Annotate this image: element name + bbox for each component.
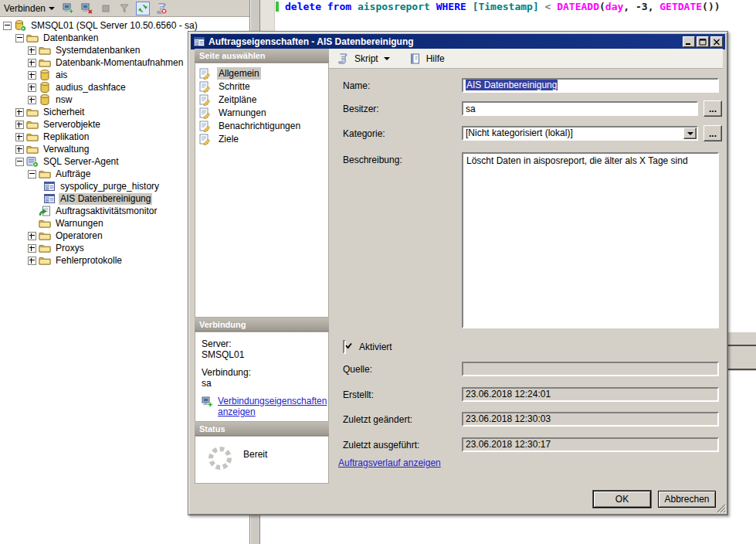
modified-field: 23.06.2018 12:30:03	[462, 412, 719, 427]
connection-value: sa	[202, 378, 328, 389]
tree-node-server[interactable]: SMSQL01 (SQL Server 10.50.6560 - sa)	[0, 19, 249, 32]
database-icon	[39, 94, 51, 106]
folder-icon	[39, 230, 51, 242]
page-icon	[198, 133, 211, 145]
nav-item-allgemein[interactable]: Allgemein	[195, 66, 328, 80]
server-label: Server:	[202, 338, 328, 349]
nav-item-schritte[interactable]: Schritte	[195, 80, 328, 93]
collapse-icon[interactable]	[28, 170, 36, 178]
category-browse-button[interactable]: ...	[703, 125, 722, 141]
nav-item-ziele[interactable]: Ziele	[195, 132, 328, 145]
script-error-icon[interactable]	[154, 2, 168, 15]
folder-icon	[39, 217, 51, 230]
nav-item-warnungen[interactable]: Warnungen	[195, 106, 328, 119]
collapse-icon[interactable]	[3, 22, 12, 30]
sql-token: <	[539, 1, 557, 12]
nav-item-zeitplaene[interactable]: Zeitpläne	[195, 93, 328, 106]
connect-server-icon[interactable]	[62, 2, 76, 15]
page-icon	[198, 107, 211, 119]
folder-icon	[26, 32, 39, 44]
database-icon	[39, 69, 51, 81]
status-panel: Bereit	[195, 436, 329, 484]
script-button[interactable]: Skript	[353, 53, 380, 64]
created-label: Erstellt:	[343, 389, 374, 400]
description-textarea[interactable]: Löscht Daten in aisposreport, die älter …	[462, 152, 719, 328]
activity-monitor-icon	[39, 205, 51, 217]
sql-token: aisposreport	[358, 1, 430, 12]
category-label: Kategorie:	[343, 128, 385, 139]
created-value: 23.06.2018 12:24:01	[463, 389, 717, 400]
enabled-label[interactable]: Aktiviert	[359, 342, 392, 352]
executed-value: 23.06.2018 12:30:17	[463, 439, 717, 450]
minimize-button[interactable]	[683, 36, 695, 47]
expand-icon[interactable]	[28, 46, 36, 55]
expand-icon[interactable]	[15, 108, 24, 117]
disconnect-server-icon[interactable]	[80, 2, 94, 15]
folder-icon	[39, 242, 51, 254]
executed-label: Zuletzt ausgeführt:	[343, 440, 419, 450]
help-button[interactable]: Hilfe	[425, 53, 446, 64]
enabled-checkbox[interactable]	[343, 340, 346, 354]
job-properties-dialog: Auftragseigenschaften - AIS Datenbereini…	[188, 31, 728, 515]
resize-grip[interactable]	[716, 503, 726, 513]
nav-item-benachrichtigungen[interactable]: Benachrichtigungen	[195, 119, 328, 132]
modified-value: 23.06.2018 12:30:03	[463, 413, 717, 425]
chevron-down-icon[interactable]	[384, 57, 390, 60]
script-icon	[337, 53, 349, 65]
filter-icon	[117, 2, 131, 15]
job-history-link[interactable]: Auftragsverlauf anzeigen	[338, 457, 441, 468]
sql-statement[interactable]: delete from aisposreport WHERE [Timestam…	[285, 1, 720, 12]
expand-icon[interactable]	[28, 244, 36, 253]
ok-button[interactable]: OK	[593, 491, 651, 508]
category-select[interactable]: [Nicht kategorisiert (lokal)]	[462, 126, 698, 141]
expand-icon[interactable]	[28, 59, 36, 67]
expand-icon[interactable]	[28, 83, 36, 92]
dialog-title: Auftragseigenschaften - AIS Datenbereini…	[208, 36, 680, 47]
refresh-icon[interactable]	[136, 2, 150, 15]
expand-icon[interactable]	[28, 96, 36, 104]
modified-label: Zuletzt geändert:	[343, 414, 412, 425]
sql-token: , -3,	[623, 1, 659, 12]
expand-icon[interactable]	[28, 232, 36, 240]
source-field	[462, 362, 719, 376]
sql-token: ())	[702, 1, 720, 12]
close-button[interactable]	[710, 36, 723, 47]
owner-browse-button[interactable]: ...	[703, 100, 722, 117]
connection-properties-link[interactable]: Verbindungseigenschaften anzeigen	[218, 396, 320, 417]
database-icon	[39, 81, 51, 94]
folder-icon	[39, 254, 51, 267]
name-value: AIS Datenbereinigung	[466, 80, 558, 90]
sql-token: delete from	[285, 1, 358, 12]
server-value: SMSQL01	[202, 349, 328, 360]
expand-icon[interactable]	[28, 71, 36, 80]
expand-icon[interactable]	[15, 121, 24, 129]
expand-icon[interactable]	[15, 133, 24, 141]
collapse-icon[interactable]	[15, 34, 24, 42]
sql-token: (	[599, 1, 605, 12]
expand-icon[interactable]	[28, 257, 36, 265]
folder-icon	[39, 44, 51, 56]
sql-token: [Timestamp]	[473, 1, 539, 12]
folder-icon	[26, 143, 39, 155]
owner-input[interactable]	[462, 101, 698, 116]
job-icon	[43, 192, 56, 205]
folder-icon	[26, 118, 39, 131]
editor-change-bar	[276, 2, 279, 12]
category-value: [Nicht kategorisiert (lokal)]	[463, 128, 683, 139]
pages-section-header: Seite auswählen	[195, 49, 329, 63]
folder-icon	[26, 106, 39, 118]
name-input[interactable]: AIS Datenbereinigung	[462, 78, 719, 93]
cancel-button[interactable]: Abbrechen	[658, 491, 716, 508]
page-icon	[198, 120, 211, 132]
dropdown-arrow-icon[interactable]	[683, 128, 697, 139]
connect-dropdown-button[interactable]: Verbinden	[2, 2, 57, 15]
expand-icon[interactable]	[15, 145, 24, 154]
folder-icon	[39, 168, 51, 180]
maximize-button[interactable]	[697, 36, 709, 47]
help-icon	[409, 53, 421, 65]
collapse-icon[interactable]	[15, 158, 24, 166]
server-icon	[14, 19, 26, 32]
dialog-titlebar[interactable]: Auftragseigenschaften - AIS Datenbereini…	[191, 34, 725, 49]
screen: { "explorer": { "connect_label": "Verbin…	[0, 0, 756, 544]
status-section-header: Status	[195, 422, 329, 436]
